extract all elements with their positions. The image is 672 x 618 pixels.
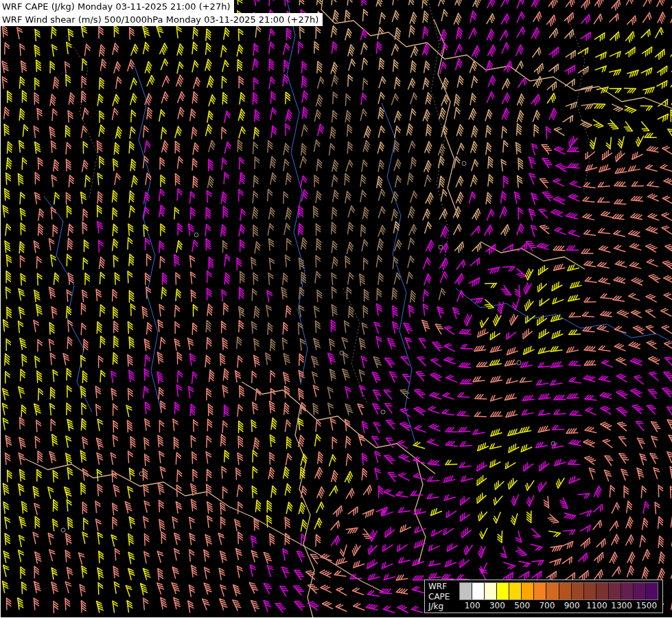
legend-swatch [534, 583, 546, 599]
legend-tick-label: 700 [539, 601, 555, 610]
legend-swatch [559, 583, 572, 599]
legend-labels: WRF CAPE J/kg [428, 582, 456, 611]
map-title-windshear-text: WRF Wind shear (m/s) 500/1000hPa Monday … [2, 14, 318, 25]
legend-unit-label: J/kg [428, 602, 456, 610]
legend-swatch [621, 583, 634, 599]
legend-color-scale [459, 582, 658, 600]
legend-tick-label: 1300 [611, 601, 632, 610]
legend-parameter-label: CAPE [428, 593, 456, 601]
legend-tick-label: 500 [514, 601, 530, 610]
legend-swatch [572, 583, 584, 599]
legend-swatch [472, 583, 485, 599]
legend-swatch [596, 583, 609, 599]
map-title-cape: WRF CAPE (J/kg) Monday 03-11-2025 21:00 … [0, 0, 234, 13]
legend-swatch [522, 583, 534, 599]
wind-barb-map-canvas [0, 0, 672, 618]
cape-legend: WRF CAPE J/kg 10030050070090011001300150… [424, 580, 663, 613]
legend-tick-label: 100 [465, 601, 480, 610]
legend-swatch [609, 583, 621, 599]
legend-swatch [546, 583, 559, 599]
legend-tick-label: 300 [489, 601, 505, 610]
legend-tick-label: 1500 [636, 601, 658, 610]
legend-model-label: WRF [428, 582, 456, 591]
legend-swatch [634, 583, 646, 599]
map-title-windshear: WRF Wind shear (m/s) 500/1000hPa Monday … [0, 13, 323, 26]
map-title-block: WRF CAPE (J/kg) Monday 03-11-2025 21:00 … [0, 0, 323, 26]
legend-swatch [497, 583, 509, 599]
weather-map-screen: WRF CAPE (J/kg) Monday 03-11-2025 21:00 … [0, 0, 672, 618]
legend-tick-label: 900 [564, 601, 580, 610]
legend-swatch [485, 583, 497, 599]
map-title-cape-text: WRF CAPE (J/kg) Monday 03-11-2025 21:00 … [2, 1, 230, 12]
legend-scale: 100300500700900110013001500 [459, 582, 658, 611]
legend-swatch [509, 583, 522, 599]
legend-tick-row: 100300500700900110013001500 [459, 601, 658, 611]
legend-swatch [646, 583, 658, 599]
legend-swatch [460, 583, 472, 599]
legend-swatch [584, 583, 596, 599]
legend-tick-label: 1100 [586, 601, 607, 610]
